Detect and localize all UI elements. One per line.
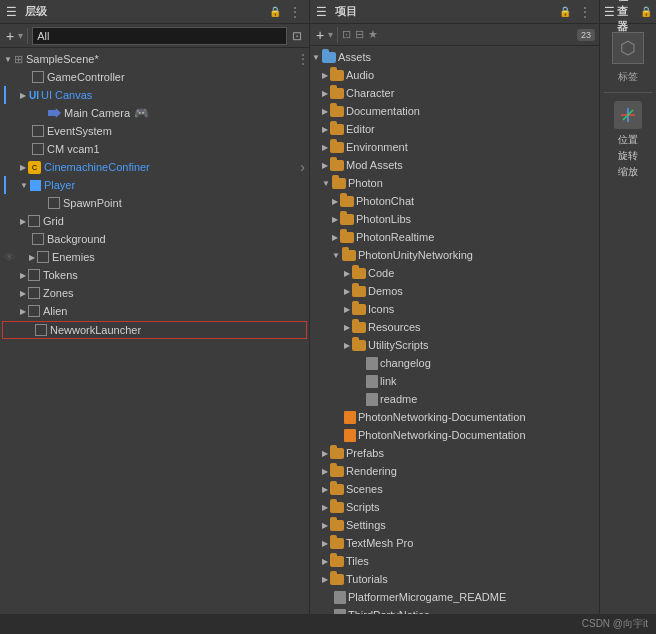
bottom-bar: CSDN @向宇it [0,614,656,634]
hierarchy-item-uicanvas[interactable]: ▶ UI UI Canvas [0,86,309,104]
project-lock-btn[interactable]: 🔒 [557,4,573,20]
eventsystem-label: EventSystem [47,125,112,137]
proj-item-textmeshpro[interactable]: ▶ TextMesh Pro [310,534,599,552]
hierarchy-item-tokens[interactable]: ▶ Tokens [0,266,309,284]
samplescene-menu[interactable]: ⋮ [297,52,309,66]
readme-label: readme [380,393,417,405]
proj-item-documentation[interactable]: ▶ Documentation [310,102,599,120]
util-folder-icon [352,340,366,351]
proj-item-settings[interactable]: ▶ Settings [310,516,599,534]
expand-indicator: › [300,159,309,175]
proj-item-rendering[interactable]: ▶ Rendering [310,462,599,480]
hierarchy-item-enemies[interactable]: 👁 ▶ Enemies [0,248,309,266]
hierarchy-item-maincamera[interactable]: Main Camera 🎮 [0,104,309,122]
settings-folder-icon [330,520,344,531]
proj-item-photonchat[interactable]: ▶ PhotonChat [310,192,599,210]
proj-item-resources[interactable]: ▶ Resources [310,318,599,336]
inspector-lock-icon[interactable]: 🔒 [640,6,652,17]
hierarchy-item-spawnpoint[interactable]: SpawnPoint [0,194,309,212]
res-arrow: ▶ [344,323,350,332]
project-add-arrow[interactable]: ▾ [328,29,333,40]
photonnetdoc1-icon [344,411,356,424]
proj-item-platformerreadme[interactable]: PlatformerMicrogame_README [310,588,599,606]
proj-item-scripts[interactable]: ▶ Scripts [310,498,599,516]
icons-folder-icon [352,304,366,315]
proj-icon-btn2[interactable]: ⊟ [355,28,364,41]
hierarchy-item-cinemachineconfiner[interactable]: ▶ C CinemachineConfiner › [0,158,309,176]
player-blue-indicator [4,176,6,194]
hierarchy-item-cmvcam1[interactable]: CM vcam1 [0,140,309,158]
camera-warning-icon: 🎮 [134,106,149,120]
prefabs-label: Prefabs [346,447,384,459]
proj-item-photonlibs[interactable]: ▶ PhotonLibs [310,210,599,228]
assets-arrow: ▼ [312,53,320,62]
mod-folder-icon [330,160,344,171]
zones-arrow: ▶ [20,289,26,298]
project-menu-btn[interactable]: ⋮ [577,4,593,20]
project-tree: ▼ Assets ▶ Audio ▶ Character ▶ Documenta… [310,46,599,614]
proj-icon-btn1[interactable]: ⊡ [342,28,351,41]
char-arrow: ▶ [322,89,328,98]
assets-label: Assets [338,51,371,63]
project-panel: ☰ 项目 🔒 ⋮ + ▾ ⊡ ⊟ ★ 23 ▼ Assets [310,0,600,614]
proj-item-link[interactable]: link [310,372,599,390]
photon-folder-icon [332,178,346,189]
proj-item-code[interactable]: ▶ Code [310,264,599,282]
hierarchy-item-grid[interactable]: ▶ Grid [0,212,309,230]
hierarchy-tree: ▼ ⊞ SampleScene* ⋮ GameController ▶ UI U… [0,48,309,614]
proj-item-scenes[interactable]: ▶ Scenes [310,480,599,498]
hierarchy-search-input[interactable] [32,27,287,45]
hierarchy-item-samplescene[interactable]: ▼ ⊞ SampleScene* ⋮ [0,50,309,68]
proj-item-changelog[interactable]: changelog [310,354,599,372]
proj-item-photonrealtime[interactable]: ▶ PhotonRealtime [310,228,599,246]
hierarchy-item-newworklauncher[interactable]: NewworkLauncher [2,321,307,339]
proj-item-thirdparty[interactable]: ThirdPartyNotice [310,606,599,614]
project-toolbar: + ▾ ⊡ ⊟ ★ 23 [310,24,599,46]
proj-item-utilityscripts[interactable]: ▶ UtilityScripts [310,336,599,354]
hierarchy-collapse-btn[interactable]: ⊡ [289,28,305,44]
proj-item-photonnetdoc2[interactable]: PhotonNetworking-Documentation [310,426,599,444]
hierarchy-add-btn[interactable]: + [4,28,16,44]
hierarchy-item-eventsystem[interactable]: EventSystem [0,122,309,140]
project-add-btn[interactable]: + [314,27,326,43]
alien-icon [28,305,40,317]
uicanvas-arrow: ▶ [20,91,26,100]
proj-item-tiles[interactable]: ▶ Tiles [310,552,599,570]
pun-label: PhotonUnityNetworking [358,249,473,261]
proj-item-modassets[interactable]: ▶ Mod Assets [310,156,599,174]
audio-folder-icon [330,70,344,81]
hierarchy-item-player[interactable]: ▼ Player [0,176,309,194]
proj-item-photon[interactable]: ▼ Photon [310,174,599,192]
hierarchy-lock-btn[interactable]: 🔒 [267,4,283,20]
proj-item-editor[interactable]: ▶ Editor [310,120,599,138]
hierarchy-add-arrow[interactable]: ▾ [18,30,23,41]
demos-folder-icon [352,286,366,297]
hierarchy-item-alien[interactable]: ▶ Alien [0,302,309,320]
proj-item-icons[interactable]: ▶ Icons [310,300,599,318]
tokens-icon [28,269,40,281]
rendering-label: Rendering [346,465,397,477]
proj-item-readme[interactable]: readme [310,390,599,408]
tiles-arrow: ▶ [322,557,328,566]
proj-item-demos[interactable]: ▶ Demos [310,282,599,300]
tokens-arrow: ▶ [20,271,26,280]
photonnetdoc2-label: PhotonNetworking-Documentation [358,429,526,441]
proj-item-prefabs[interactable]: ▶ Prefabs [310,444,599,462]
proj-item-environment[interactable]: ▶ Environment [310,138,599,156]
proj-item-tutorials[interactable]: ▶ Tutorials [310,570,599,588]
changelog-label: changelog [380,357,431,369]
proj-item-audio[interactable]: ▶ Audio [310,66,599,84]
hierarchy-menu-btn[interactable]: ⋮ [287,4,303,20]
proj-item-photonunitynetworking[interactable]: ▼ PhotonUnityNetworking [310,246,599,264]
tiles-label: Tiles [346,555,369,567]
proj-item-assets[interactable]: ▼ Assets [310,48,599,66]
proj-item-photonnetdoc1[interactable]: PhotonNetworking-Documentation [310,408,599,426]
photonnetdoc1-label: PhotonNetworking-Documentation [358,411,526,423]
scripts-folder-icon [330,502,344,513]
hierarchy-item-zones[interactable]: ▶ Zones [0,284,309,302]
proj-item-character[interactable]: ▶ Character [310,84,599,102]
hierarchy-item-gamecontroller[interactable]: GameController [0,68,309,86]
settings-label: Settings [346,519,386,531]
hierarchy-item-background[interactable]: Background [0,230,309,248]
proj-icon-btn3[interactable]: ★ [368,28,378,41]
